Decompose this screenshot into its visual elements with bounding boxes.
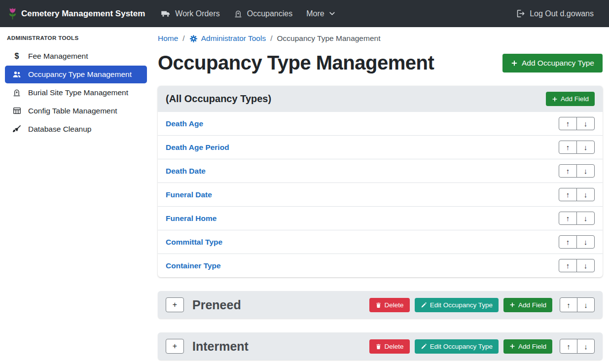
section-actions: Delete Edit Occupancy Type Add [369, 297, 595, 312]
field-link[interactable]: Funeral Date [166, 190, 212, 199]
nav-label: Work Orders [175, 9, 219, 18]
logout-label: Log Out d.gowans [530, 9, 594, 18]
move-up-button[interactable]: ↑ [559, 141, 577, 154]
move-down-button[interactable]: ↓ [577, 297, 595, 312]
expand-button[interactable]: + [166, 297, 184, 312]
field-row: Death Age ↑ ↓ [158, 112, 603, 136]
add-field-button[interactable]: Add Field [503, 298, 552, 312]
field-link[interactable]: Container Type [166, 261, 221, 270]
edit-occupancy-type-button[interactable]: Edit Occupancy Type [415, 339, 499, 354]
breadcrumb-separator: / [182, 34, 184, 43]
plus-icon [509, 302, 515, 308]
sidebar-item-label: Burial Site Type Management [28, 88, 128, 97]
breadcrumb-home-link[interactable]: Home [158, 34, 178, 43]
tombstone-icon [234, 9, 243, 18]
top-navbar: Cemetery Management System Work Orders [0, 0, 609, 27]
truck-icon [161, 9, 171, 19]
breadcrumb-separator: / [270, 34, 272, 43]
field-row: Death Age Period ↑ ↓ [158, 136, 603, 159]
field-row: Death Date ↑ ↓ [158, 159, 603, 183]
sidebar-item-label: Occupancy Type Management [28, 70, 132, 79]
move-up-button[interactable]: ↑ [559, 259, 577, 272]
app-title: Cemetery Management System [21, 9, 145, 19]
section-actions: Delete Edit Occupancy Type Add [369, 339, 595, 354]
section-title: Interment [192, 339, 249, 354]
reorder-buttons: ↑ ↓ [560, 297, 595, 312]
page-header: Occupancy Type Management Add Occupancy … [158, 52, 603, 74]
reorder-buttons: ↑ ↓ [559, 259, 595, 272]
trash-icon [375, 302, 382, 308]
page-title: Occupancy Type Management [158, 52, 434, 74]
pencil-icon [421, 343, 427, 350]
delete-button[interactable]: Delete [369, 339, 410, 354]
move-down-button[interactable]: ↓ [576, 164, 595, 178]
move-down-button[interactable]: ↓ [577, 339, 595, 354]
reorder-buttons: ↑ ↓ [559, 212, 595, 225]
nav-label: Occupancies [247, 9, 293, 18]
reorder-buttons: ↑ ↓ [560, 339, 595, 354]
dollar-icon: $ [11, 52, 23, 61]
plus-icon [511, 60, 518, 67]
occupancy-type-section-interment: + Interment Delete [158, 332, 603, 360]
move-down-button[interactable]: ↓ [576, 141, 595, 154]
sidebar-item-label: Config Table Management [28, 107, 117, 115]
field-link[interactable]: Funeral Home [166, 214, 216, 223]
add-occupancy-type-button[interactable]: Add Occupancy Type [502, 54, 603, 73]
breadcrumb-admin-link[interactable]: Administrator Tools [189, 34, 266, 43]
sidebar-heading: ADMINISTRATOR TOOLS [5, 34, 147, 48]
sidebar-item-fee-management[interactable]: $ Fee Management [5, 48, 147, 65]
card-title: (All Occupancy Types) [166, 93, 271, 105]
card-header: (All Occupancy Types) Add Field [158, 86, 603, 112]
field-link[interactable]: Committal Type [166, 238, 222, 247]
move-down-button[interactable]: ↓ [576, 188, 595, 201]
add-field-button[interactable]: Add Field [503, 339, 552, 354]
move-down-button[interactable]: ↓ [576, 117, 595, 130]
move-up-button[interactable]: ↑ [560, 297, 577, 312]
all-occupancy-types-card: (All Occupancy Types) Add Field Death Ag… [158, 86, 603, 277]
field-link[interactable]: Death Age [166, 119, 203, 128]
breadcrumb-current: Occupancy Type Management [277, 34, 381, 43]
nav-occupancies[interactable]: Occupancies [227, 5, 300, 22]
move-up-button[interactable]: ↑ [559, 117, 577, 130]
sidebar-item-label: Database Cleanup [28, 125, 91, 134]
move-down-button[interactable]: ↓ [576, 235, 595, 249]
expand-button[interactable]: + [166, 339, 184, 354]
add-field-button[interactable]: Add Field [546, 92, 595, 106]
sign-out-icon [516, 9, 525, 18]
occupancy-type-section-preneed: + Preneed Delete [158, 291, 603, 319]
pencil-icon [421, 302, 427, 308]
sidebar-item-config-table-management[interactable]: Config Table Management [5, 102, 147, 119]
nav-more[interactable]: More [299, 5, 342, 22]
move-up-button[interactable]: ↑ [559, 164, 577, 178]
sidebar-item-burial-site-type-management[interactable]: Burial Site Type Management [5, 84, 147, 101]
section-title: Preneed [192, 298, 241, 312]
delete-button[interactable]: Delete [369, 298, 410, 312]
main-content: Home / Administrator Tool [152, 27, 609, 364]
table-icon [11, 106, 23, 115]
sidebar-item-occupancy-type-management[interactable]: Occupancy Type Management [5, 66, 147, 83]
broom-icon [11, 124, 23, 134]
move-down-button[interactable]: ↓ [576, 212, 595, 225]
sidebar-item-label: Fee Management [28, 52, 88, 61]
move-down-button[interactable]: ↓ [576, 259, 595, 272]
users-icon [11, 70, 23, 79]
app-brand[interactable]: Cemetery Management System [8, 7, 145, 20]
move-up-button[interactable]: ↑ [559, 188, 577, 201]
primary-nav: Work Orders Occupancies More [154, 5, 342, 23]
sidebar: ADMINISTRATOR TOOLS $ Fee Management Occ… [0, 27, 152, 364]
logout-link[interactable]: Log Out d.gowans [509, 5, 601, 22]
edit-occupancy-type-button[interactable]: Edit Occupancy Type [415, 298, 499, 312]
move-up-button[interactable]: ↑ [559, 212, 577, 225]
reorder-buttons: ↑ ↓ [559, 141, 595, 154]
field-link[interactable]: Death Age Period [166, 143, 229, 152]
move-up-button[interactable]: ↑ [559, 235, 577, 249]
move-up-button[interactable]: ↑ [560, 339, 577, 354]
reorder-buttons: ↑ ↓ [559, 188, 595, 201]
reorder-buttons: ↑ ↓ [559, 235, 595, 249]
nav-work-orders[interactable]: Work Orders [154, 5, 226, 23]
sidebar-item-database-cleanup[interactable]: Database Cleanup [5, 120, 147, 138]
field-row: Funeral Date ↑ ↓ [158, 183, 603, 207]
field-link[interactable]: Death Date [166, 167, 206, 176]
field-row: Funeral Home ↑ ↓ [158, 207, 603, 230]
plus-icon [552, 96, 558, 102]
